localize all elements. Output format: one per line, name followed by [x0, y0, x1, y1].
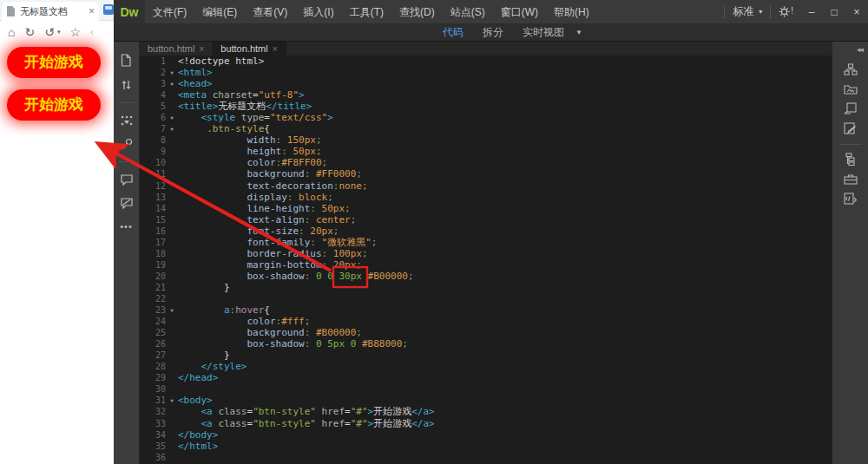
live-view-options-icon[interactable]	[121, 115, 133, 126]
fold-arrow-icon[interactable]: ▼	[166, 304, 178, 316]
code-text: <title>无标题文档</title>	[178, 101, 832, 112]
undo-icon[interactable]: ↺	[44, 26, 55, 38]
code-line[interactable]: 7▼ .btn-style{	[140, 123, 832, 134]
view-tab[interactable]: 拆分	[473, 25, 513, 40]
tab-close-icon[interactable]: ×	[199, 44, 204, 54]
code-line[interactable]: 11 background: #FF0000;	[140, 168, 832, 180]
code-line[interactable]: 6▼ <style type="text/css">	[140, 112, 832, 123]
code-line[interactable]: 1<!doctype html>	[140, 56, 832, 67]
line-number: 12	[140, 180, 166, 192]
fold-arrow-icon[interactable]: ▼	[166, 78, 178, 89]
code-line[interactable]: 2▼<html>	[140, 67, 832, 78]
menu-item[interactable]: 工具(T)	[342, 0, 391, 24]
line-number: 31	[140, 395, 166, 406]
code-line[interactable]: 32 <a class="btn-style" href="#">开始游戏</a…	[140, 406, 832, 417]
menu-item[interactable]: 插入(I)	[295, 0, 341, 24]
menu-item[interactable]: 站点(S)	[443, 0, 493, 24]
inspect-link-icon[interactable]	[121, 138, 133, 150]
tab-close-icon[interactable]: ×	[273, 44, 278, 54]
menu-item[interactable]: 编辑(E)	[194, 0, 245, 24]
start-game-button[interactable]: 开始游戏	[7, 89, 101, 121]
fold-arrow-icon[interactable]: ▼	[166, 123, 178, 134]
toolbar-overflow-icon[interactable]: •••	[120, 221, 133, 232]
code-line[interactable]: 34</body>	[140, 429, 832, 441]
chevron-down-icon[interactable]: ▼	[575, 29, 582, 36]
code-line[interactable]: 35</html>	[140, 441, 832, 452]
code-line[interactable]: 24 color:#fff;	[140, 316, 832, 327]
minimize-button[interactable]: –	[800, 0, 823, 24]
doc-tab[interactable]: button.html×	[140, 42, 213, 56]
code-line[interactable]: 18 border-radius: 100px;	[140, 248, 832, 259]
sync-settings-button[interactable]: !	[779, 6, 793, 17]
behaviors-panel-icon[interactable]	[844, 173, 858, 185]
fold-gutter	[166, 338, 178, 350]
remove-comment-icon[interactable]	[121, 198, 133, 209]
start-game-button[interactable]: 开始游戏	[7, 47, 101, 78]
code-text: <head>	[178, 78, 832, 89]
code-line[interactable]: 22	[140, 293, 832, 304]
code-area[interactable]: 1<!doctype html>2▼<html>3▼<head>4<meta c…	[140, 56, 832, 464]
code-line[interactable]: 28 </style>	[140, 361, 832, 372]
code-line[interactable]: 36	[140, 452, 832, 463]
css-designer-panel-icon[interactable]	[844, 122, 857, 134]
code-line[interactable]: 9 height: 50px;	[140, 146, 832, 157]
code-line[interactable]: 17 font-family: "微软雅黑";	[140, 237, 832, 248]
undo-dropdown-icon[interactable]: ▾	[57, 29, 61, 36]
tab-close-icon[interactable]: ×	[89, 6, 95, 16]
snippets-panel-icon[interactable]	[844, 102, 857, 114]
code-line[interactable]: 21 }	[140, 282, 832, 293]
bookmark-star-icon[interactable]: ☆	[69, 26, 81, 38]
browser-tab[interactable]: 无标题文档 ×	[2, 2, 99, 21]
menu-item[interactable]: 帮助(H)	[546, 0, 597, 24]
doc-tab[interactable]: button.html×	[213, 42, 286, 56]
code-line[interactable]: 4<meta charset="utf-8">	[140, 89, 832, 101]
maximize-button[interactable]: □	[823, 0, 845, 24]
code-line[interactable]: 26 box-shadow: 0 5px 0 #B88000;	[140, 338, 832, 350]
dom-panel-icon[interactable]	[844, 153, 857, 166]
file-management-icon[interactable]	[121, 79, 132, 91]
chevron-down-icon[interactable]: ▾	[759, 8, 762, 16]
code-line[interactable]: 29</head>	[140, 372, 832, 383]
line-number: 1	[140, 56, 166, 67]
home-icon[interactable]: ⌂	[8, 26, 15, 38]
code-line[interactable]: 13 display: block;	[140, 192, 832, 203]
code-line[interactable]: 14 line-height: 50px;	[140, 203, 832, 214]
code-line[interactable]: 20 box-shadow: 0 0 30px #B00000;	[140, 271, 832, 282]
menu-item[interactable]: 查看(V)	[245, 0, 295, 24]
files-panel-icon[interactable]	[844, 63, 858, 75]
menu-item[interactable]: 查找(D)	[391, 0, 443, 24]
refresh-icon[interactable]: ↻	[24, 26, 35, 38]
close-button[interactable]: ×	[845, 0, 868, 24]
code-line[interactable]: 23▼ a:hover{	[140, 304, 832, 316]
code-line[interactable]: 3▼<head>	[140, 78, 832, 89]
menu-item[interactable]: 窗口(W)	[493, 0, 546, 24]
code-line[interactable]: 15 text-align: center;	[140, 214, 832, 225]
code-line[interactable]: 10 color:#F8FF00;	[140, 157, 832, 168]
second-tab-favicon[interactable]	[103, 4, 114, 15]
code-line[interactable]: 27 }	[140, 350, 832, 361]
code-line[interactable]: 16 font-size: 20px;	[140, 225, 832, 237]
code-text: <style type="text/css">	[178, 112, 832, 123]
view-tab[interactable]: 实时视图	[513, 25, 574, 40]
code-line[interactable]: 30	[140, 383, 832, 395]
code-line[interactable]: 12 text-decoration:none;	[140, 180, 832, 192]
menu-item[interactable]: 文件(F)	[145, 0, 194, 24]
fold-arrow-icon[interactable]: ▼	[166, 112, 178, 123]
code-line[interactable]: 19 margin-bottom: 20px;	[140, 259, 832, 271]
assets-panel-icon[interactable]	[844, 83, 858, 95]
collapse-panels-icon[interactable]: ◂◂	[857, 45, 863, 54]
open-documents-icon[interactable]	[121, 54, 132, 67]
code-snippet-panel-icon[interactable]	[844, 193, 857, 205]
fold-arrow-icon[interactable]: ▼	[166, 395, 178, 406]
workspace-mode-button[interactable]: 标准	[733, 4, 753, 19]
fold-gutter	[166, 168, 178, 180]
fold-arrow-icon[interactable]: ▼	[166, 67, 178, 78]
code-line[interactable]: 8 width: 150px;	[140, 134, 832, 146]
code-line[interactable]: 25 background: #B00000;	[140, 327, 832, 338]
code-line[interactable]: 5<title>无标题文档</title>	[140, 101, 832, 112]
code-text: text-align: center;	[178, 214, 832, 225]
view-tab[interactable]: 代码	[433, 25, 473, 40]
code-line[interactable]: 33 <a class="btn-style" href="#">开始游戏</a…	[140, 418, 832, 429]
code-line[interactable]: 31▼<body>	[140, 395, 832, 406]
apply-comment-icon[interactable]	[121, 174, 133, 186]
